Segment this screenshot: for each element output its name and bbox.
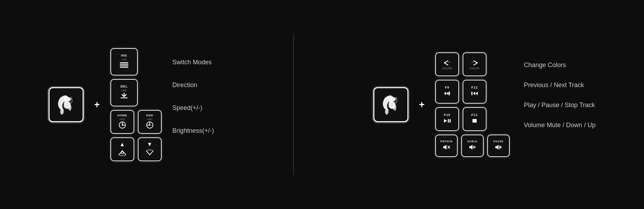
svg-rect-19 xyxy=(472,119,477,123)
dragon-key-left xyxy=(49,87,84,122)
left-keys-and-labels: INS LED DEL xyxy=(110,48,214,161)
f12-icon xyxy=(470,91,479,96)
svg-rect-16 xyxy=(471,92,472,95)
label-change-colors: Change Colors xyxy=(524,55,595,75)
f10-key: F10 xyxy=(435,107,459,131)
svg-rect-18 xyxy=(450,119,451,123)
pgdn-key: ▼ xyxy=(138,137,162,161)
pause-key: PAUSE xyxy=(487,135,510,157)
f12-key: F12 xyxy=(463,80,487,104)
right-labels: Change Colors Previous / Next Track Play… xyxy=(524,52,595,129)
dragon-logo-right xyxy=(379,93,402,116)
pgdn-top-label: ▼ xyxy=(147,142,153,147)
color-left-arrow xyxy=(443,60,451,66)
prtscn-icon xyxy=(442,144,451,150)
svg-rect-3 xyxy=(120,66,128,68)
del-icon xyxy=(119,92,129,99)
home-key: HOME LED xyxy=(110,110,134,134)
svg-rect-4 xyxy=(121,97,128,98)
row-home-end: HOME LED END LED xyxy=(110,110,162,134)
svg-point-12 xyxy=(387,102,395,108)
svg-point-8 xyxy=(149,124,150,126)
f11-icon xyxy=(470,118,479,124)
f11-top-label: F11 xyxy=(471,113,478,117)
del-top-label: DEL xyxy=(121,85,128,88)
right-keys-and-labels: COLOR COLOR F9 xyxy=(435,52,595,157)
color-left-label: COLOR xyxy=(442,67,452,70)
main-container: + INS LED xyxy=(0,27,644,182)
pgup-icon xyxy=(118,149,127,156)
f9-icon xyxy=(443,91,452,96)
label-volume: Volume Mute / Down / Up xyxy=(524,115,595,129)
color-right-key: COLOR xyxy=(463,52,487,76)
end-icon xyxy=(145,121,155,129)
color-right-arrow xyxy=(470,60,479,66)
f10-top-label: F10 xyxy=(444,113,451,117)
section-divider xyxy=(293,34,294,175)
row-del: DEL LED xyxy=(110,79,162,106)
row-f9-f12: F9 F12 xyxy=(435,80,510,104)
right-section: + COLOR xyxy=(373,52,595,157)
end-top-label: END xyxy=(146,114,153,117)
del-key: DEL LED xyxy=(110,79,138,106)
svg-rect-13 xyxy=(448,62,450,63)
end-sub-label: LED xyxy=(147,118,153,120)
left-key-group: INS LED DEL xyxy=(110,48,162,161)
svg-rect-11 xyxy=(147,150,153,150)
row-pgup-pgdn: ▲ ▼ xyxy=(110,137,162,161)
label-brightness: Brightness(+/-) xyxy=(172,119,214,135)
ins-sub-label: LED xyxy=(122,58,127,61)
svg-rect-14 xyxy=(471,62,474,63)
dragon-key-right xyxy=(373,87,408,122)
home-sub-label: LED xyxy=(120,118,125,120)
dragon-logo-left xyxy=(54,93,77,116)
pause-icon xyxy=(494,144,503,150)
scrlk-icon xyxy=(468,144,477,150)
home-top-label: HOME xyxy=(117,114,127,117)
svg-rect-17 xyxy=(448,119,449,123)
right-key-group: COLOR COLOR F9 xyxy=(435,52,510,157)
label-prev-next-track: Previous / Next Track xyxy=(524,75,595,95)
plus-left: + xyxy=(94,99,100,110)
pgdn-icon xyxy=(145,149,154,156)
left-labels: Switch Modes Direction Speed(+/-) Bright… xyxy=(172,48,214,135)
del-sub-label: LED xyxy=(122,89,127,92)
svg-rect-2 xyxy=(120,64,128,66)
f9-top-label: F9 xyxy=(445,86,450,89)
scrlk-key: SCRLK xyxy=(461,135,484,157)
color-right-label: COLOR xyxy=(470,67,479,70)
color-left-key: COLOR xyxy=(435,52,459,76)
f10-icon xyxy=(443,118,452,124)
pgup-key: ▲ xyxy=(110,137,134,161)
svg-rect-1 xyxy=(120,62,128,64)
svg-point-6 xyxy=(122,124,123,126)
f12-top-label: F12 xyxy=(471,86,478,89)
left-section: + INS LED xyxy=(49,48,214,161)
row-ins: INS LED xyxy=(110,48,162,76)
label-switch-modes: Switch Modes xyxy=(172,51,214,74)
end-key: END LED xyxy=(138,110,162,134)
f9-key: F9 xyxy=(435,80,459,104)
pgup-top-label: ▲ xyxy=(120,142,125,147)
pause-top-label: PAUSE xyxy=(494,140,504,143)
svg-rect-15 xyxy=(449,92,450,95)
plus-right: + xyxy=(419,99,425,110)
ins-top-label: INS xyxy=(121,54,127,57)
row-volume: PRTSCN SCRLK xyxy=(435,135,510,157)
ins-icon xyxy=(119,61,129,68)
label-play-pause-stop: Play / Pause / Stop Track xyxy=(524,95,595,115)
ins-key: INS LED xyxy=(110,48,138,76)
svg-rect-9 xyxy=(120,155,125,156)
row-f10-f11: F10 F11 xyxy=(435,107,510,131)
f11-key: F11 xyxy=(463,107,487,131)
row-colors: COLOR COLOR xyxy=(435,52,510,76)
label-speed: Speed(+/-) xyxy=(172,97,214,119)
home-icon xyxy=(117,121,127,129)
label-direction: Direction xyxy=(172,74,214,97)
svg-point-10 xyxy=(121,152,123,154)
scrlk-top-label: SCRLK xyxy=(468,140,478,143)
svg-point-0 xyxy=(62,102,70,108)
prtscn-key: PRTSCN xyxy=(435,135,458,157)
prtscn-top-label: PRTSCN xyxy=(440,140,453,143)
